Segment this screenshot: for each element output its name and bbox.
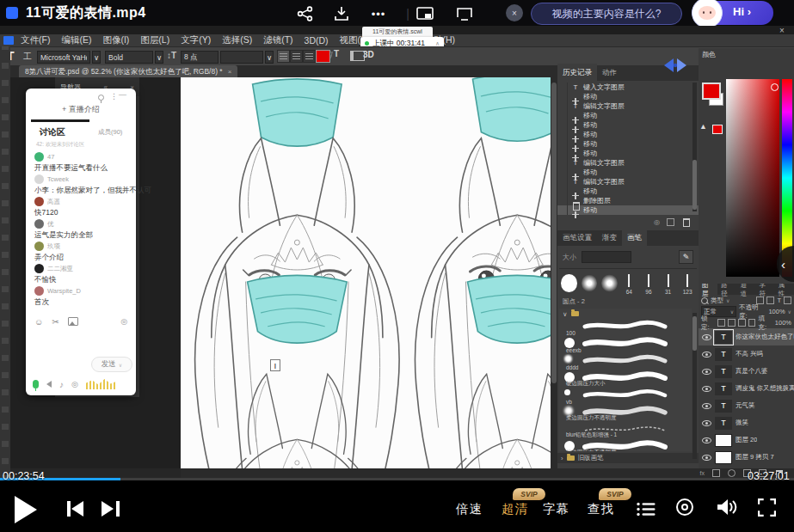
lock-position-icon[interactable] (738, 319, 746, 327)
delete-icon[interactable] (681, 217, 690, 226)
tab-color[interactable]: 颜色 (702, 50, 716, 59)
3d-mode-button[interactable]: 3D (363, 50, 374, 59)
assistant-label[interactable]: Hi › (733, 5, 751, 18)
emoji-icon[interactable]: ☺ (34, 317, 43, 327)
picture-in-picture-icon[interactable] (415, 5, 436, 22)
avatar[interactable] (34, 174, 44, 184)
ps-toolbar-strip[interactable] (0, 46, 10, 478)
cast-screen-icon[interactable] (454, 5, 475, 22)
playback-speed-button[interactable]: 倍速 (456, 501, 483, 517)
pin-icon[interactable] (98, 95, 104, 101)
download-icon[interactable] (331, 5, 352, 22)
brush-tip-thin[interactable]: 31 (661, 274, 676, 295)
brush-tip-soft[interactable] (601, 274, 618, 292)
tab-actions[interactable]: 动作 (597, 64, 622, 83)
quality-button[interactable]: 超清 (502, 501, 528, 517)
menu-type[interactable]: 文字(Y) (181, 34, 211, 46)
text-orientation-icon[interactable]: 工 (23, 51, 32, 63)
align-center-button[interactable] (290, 50, 303, 63)
layer-row[interactable]: T 元气笑 (699, 397, 794, 414)
canvas[interactable]: I (181, 77, 551, 468)
anti-alias-caret-icon[interactable]: ∨ (265, 51, 274, 64)
font-family-caret-icon[interactable]: ∨ (92, 51, 101, 64)
visibility-eye-icon[interactable] (702, 401, 711, 411)
tab-live-intro[interactable]: + 直播介绍 (26, 104, 136, 115)
brush-tip-thin[interactable]: 96 (641, 274, 656, 295)
legacy-brushes-row[interactable]: › 旧版画笔 (557, 453, 699, 463)
warp-text-icon[interactable]: T (334, 49, 339, 58)
history-step[interactable]: T编辑文字图层 (557, 158, 699, 168)
live-doc-tab[interactable]: 11可爱的表情.scwl (362, 27, 433, 37)
ai-question-pill[interactable]: 视频的主要内容是什么? (531, 3, 682, 25)
layer-mask-icon[interactable] (712, 469, 720, 477)
tab-brushes[interactable]: 画笔 (622, 229, 647, 248)
document-close-icon[interactable]: × (228, 68, 232, 76)
canvas-scrollbar-thumb[interactable] (551, 83, 557, 383)
avatar[interactable] (34, 286, 44, 296)
new-document-icon[interactable] (667, 218, 674, 226)
send-caret-icon[interactable]: ∨ (119, 362, 122, 368)
microphone-icon[interactable] (33, 380, 39, 388)
layer-row[interactable]: T 真是个八婆 (699, 363, 794, 380)
layer-row[interactable]: T 调皮鬼 你又想挑拨离间… (699, 380, 794, 397)
brush-item[interactable]: dddd (559, 353, 692, 370)
menu-file[interactable]: 文件(F) (21, 34, 50, 46)
edit-brush-icon[interactable]: ✎ (679, 250, 693, 264)
share-icon[interactable] (295, 5, 316, 22)
fill-value[interactable]: 100% (775, 319, 791, 327)
chat-settings-icon[interactable]: ◎ (120, 317, 127, 326)
document-tab[interactable]: 8第八讲可爱.psd @ 52.2% (你这家伙也太好色了吧, RGB/8) *… (19, 65, 237, 78)
filter-caret-icon[interactable]: ∨ (726, 297, 729, 303)
brush-item[interactable]: 硬边圆压力不透明度 (559, 439, 692, 451)
layer-row[interactable]: T 不高 兴吗 (699, 345, 794, 363)
loop-settings-icon[interactable] (676, 498, 693, 516)
history-step[interactable]: 移动 (557, 149, 699, 158)
playlist-icon[interactable] (637, 502, 656, 520)
find-button[interactable]: 查找 (588, 501, 614, 517)
visibility-eye-icon[interactable] (702, 367, 711, 376)
history-step[interactable]: 移动 (557, 139, 699, 149)
record-icon[interactable]: ◎ (71, 380, 78, 388)
brush-item[interactable]: vb (559, 388, 692, 405)
brush-scrollbar-thumb[interactable] (692, 316, 697, 351)
brush-tip-thin[interactable]: 64 (622, 274, 637, 295)
brush-tip-soft[interactable] (582, 274, 598, 292)
history-step[interactable]: T编辑文字图层 (557, 177, 699, 187)
speaker-icon[interactable] (46, 381, 52, 388)
previous-button[interactable] (67, 500, 86, 517)
layer-row[interactable]: 图层 20 (699, 431, 794, 449)
close-assistant-icon[interactable]: × (506, 4, 523, 21)
history-step[interactable]: 删除图层 (557, 196, 699, 205)
chat-minimize-icon[interactable]: — (119, 90, 126, 99)
tab-brush-settings[interactable]: 画笔设置 (557, 229, 597, 248)
gamut-warning-icon[interactable]: ▲ (699, 122, 707, 131)
filter-text-icon[interactable]: T (777, 297, 781, 304)
menu-edit[interactable]: 编辑(E) (61, 34, 91, 46)
history-step[interactable]: 移动 (557, 130, 699, 139)
align-left-button[interactable] (277, 50, 290, 63)
volume-icon[interactable] (716, 498, 738, 520)
visibility-eye-icon[interactable] (702, 333, 711, 342)
opacity-caret-icon[interactable]: ∨ (788, 309, 791, 315)
filter-adjust-icon[interactable] (766, 297, 774, 304)
anti-alias-select[interactable] (220, 51, 263, 64)
history-step[interactable]: 移动 (557, 111, 699, 120)
more-icon[interactable]: ••• (368, 5, 389, 22)
avatar[interactable] (34, 219, 44, 229)
tab-channels[interactable]: 通道 (736, 284, 755, 298)
history-step[interactable]: T编辑文字图层 (557, 101, 699, 111)
adjustment-layer-icon[interactable] (728, 469, 736, 477)
text-color-swatch[interactable] (316, 50, 330, 63)
visibility-eye-icon[interactable] (702, 419, 711, 428)
brush-item[interactable]: 100 (559, 319, 692, 336)
font-style-caret-icon[interactable]: ∨ (155, 51, 163, 64)
tab-gradients[interactable]: 渐变 (597, 229, 622, 248)
avatar[interactable] (34, 197, 44, 206)
menu-filter[interactable]: 滤镜(T) (263, 34, 292, 46)
brush-item[interactable]: blur铅笔色彩增强 - 1 (559, 422, 692, 439)
screenshot-icon[interactable]: ✂ (52, 317, 58, 327)
menu-layer[interactable]: 图层(L) (140, 34, 169, 46)
history-step[interactable]: 移动 (557, 120, 699, 130)
history-step[interactable]: 移动 (557, 92, 699, 101)
visibility-eye-icon[interactable] (702, 384, 711, 394)
